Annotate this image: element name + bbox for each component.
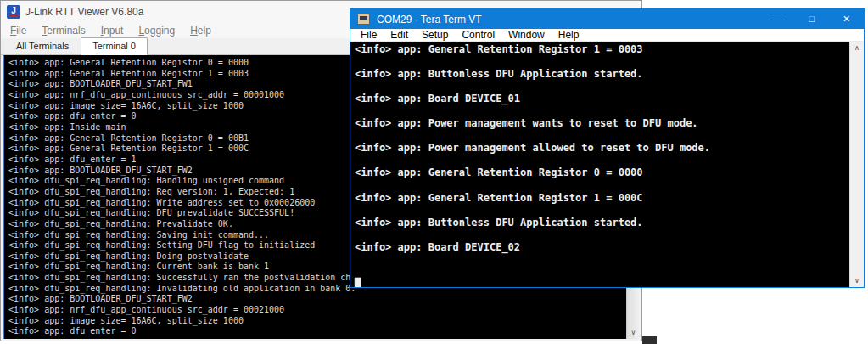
teraterm-log-line <box>355 266 864 279</box>
maximize-button[interactable]: □ <box>794 9 829 29</box>
teraterm-log-line: █ <box>355 278 864 287</box>
teraterm-vertical-scrollbar[interactable]: ∧ ∨ <box>849 42 864 287</box>
teraterm-menu-item[interactable]: Control <box>455 29 501 41</box>
minimize-button[interactable]: — <box>759 9 794 29</box>
teraterm-window-title: COM29 - Tera Term VT <box>377 14 482 25</box>
jlink-log-line: <info> app: image size= 16A6C, split_siz… <box>8 316 626 327</box>
jlink-menu-item[interactable]: Input <box>93 24 132 37</box>
teraterm-menu-item[interactable]: Window <box>501 29 552 41</box>
teraterm-log-line <box>355 130 864 143</box>
teraterm-app-icon <box>357 14 370 25</box>
teraterm-menu-item[interactable]: Setup <box>415 29 455 41</box>
teraterm-log-line: <info> app: General Retention Registor 1… <box>355 192 864 205</box>
teraterm-terminal-output: <info> app: General Retention Registor 1… <box>350 42 864 287</box>
teraterm-log-line <box>355 228 864 241</box>
teraterm-menubar: FileEditSetupControlWindowHelp <box>350 29 864 42</box>
jlink-menu-item[interactable]: Help <box>182 24 219 37</box>
scroll-up-arrow-icon[interactable]: ∧ <box>850 42 864 54</box>
teraterm-log-line <box>355 105 864 118</box>
jlink-terminal-tab[interactable]: Terminal 0 <box>81 37 148 55</box>
background-window-fragment <box>642 336 657 344</box>
close-button[interactable]: ✕ <box>829 9 864 29</box>
teraterm-log-line <box>355 155 864 167</box>
jlink-menu-item[interactable]: Logging <box>131 24 182 37</box>
teraterm-menu-item[interactable]: Help <box>552 29 586 41</box>
scroll-down-arrow-icon[interactable]: ∨ <box>627 326 640 339</box>
jlink-log-line: <info> app: BOOTLOADER_DFU_START_FW2 <box>8 294 626 305</box>
jlink-menu-item[interactable]: Terminals <box>34 24 92 37</box>
teraterm-titlebar[interactable]: COM29 - Tera Term VT — □ ✕ <box>350 9 864 29</box>
jlink-menu-item[interactable]: File <box>3 24 34 37</box>
jlink-terminal-tab[interactable]: All Terminals <box>4 37 81 55</box>
teraterm-window: COM29 - Tera Term VT — □ ✕ FileEditSetup… <box>350 8 865 288</box>
teraterm-log-line <box>355 56 864 69</box>
jlink-app-icon: J <box>7 5 20 19</box>
teraterm-log-line: <info> app: General Retention Registor 0… <box>355 166 864 179</box>
teraterm-log-line: <info> app: Buttonless DFU Application s… <box>355 217 864 229</box>
scroll-down-arrow-icon[interactable]: ∨ <box>850 274 864 287</box>
teraterm-log-line: <info> app: Board DEVICE_02 <box>355 241 864 254</box>
teraterm-log-line: <info> app: Power management allowed to … <box>355 142 864 155</box>
teraterm-log-line: <info> app: General Retention Registor 1… <box>355 43 864 56</box>
jlink-window-title: J-Link RTT Viewer V6.80a <box>25 6 143 18</box>
teraterm-log-line: <info> app: Buttonless DFU Application s… <box>355 68 864 81</box>
teraterm-log-line <box>355 253 864 266</box>
window-controls: — □ ✕ <box>759 9 864 29</box>
teraterm-log-line <box>355 179 864 192</box>
teraterm-log-line: <info> app: Power management wants to re… <box>355 117 864 130</box>
teraterm-menu-item[interactable]: File <box>354 29 384 41</box>
teraterm-log-line <box>355 204 864 217</box>
jlink-log-line: <info> app: dfu_enter = 0 <box>8 326 626 337</box>
teraterm-menu-item[interactable]: Edit <box>384 29 415 41</box>
jlink-log-line: <info> app: nrf_dfu_app_continuous src_a… <box>8 305 626 316</box>
teraterm-log-line <box>355 81 864 93</box>
teraterm-log-line: <info> app: Board DEVICE_01 <box>355 93 864 105</box>
